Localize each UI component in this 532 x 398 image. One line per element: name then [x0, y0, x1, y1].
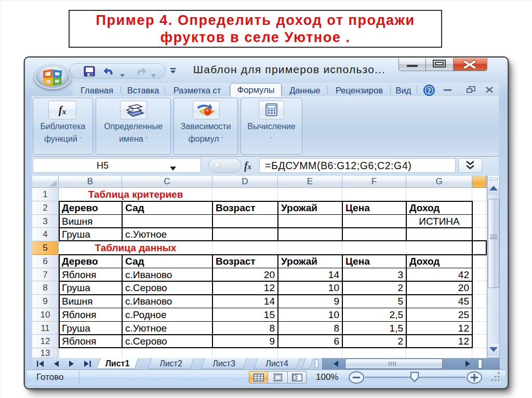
svg-text:fx: fx [59, 104, 66, 116]
svg-text:?: ? [427, 87, 431, 95]
